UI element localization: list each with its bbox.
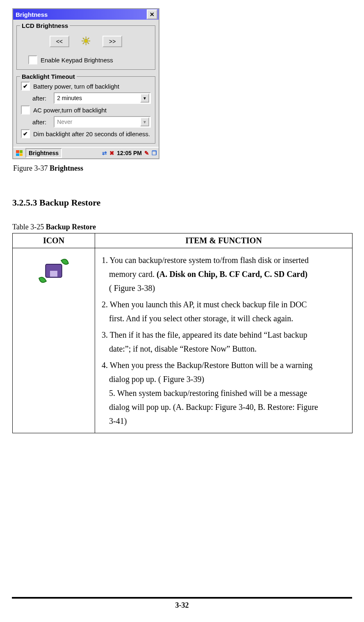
backlight-legend: Backlight Timeout xyxy=(20,73,77,80)
backup-restore-icon xyxy=(35,252,72,289)
sun-icon: ☀ xyxy=(81,36,91,47)
brightness-decrease-button[interactable]: << xyxy=(50,36,69,47)
lcd-legend: LCD Brightness xyxy=(20,22,70,29)
dialog-titlebar: Brightness ✕ xyxy=(13,9,159,20)
chevron-down-icon: ▼ xyxy=(140,94,149,103)
battery-after-value: 2 minutes xyxy=(57,95,82,101)
table-caption: Table 3-25 Backup Restore xyxy=(12,223,352,231)
chevron-down-icon: ▼ xyxy=(140,117,149,126)
enable-keypad-label: Enable Keypad Brightness xyxy=(41,57,113,64)
dialog-title: Brightness xyxy=(16,11,48,18)
battery-after-dropdown[interactable]: 2 minutes ▼ xyxy=(54,92,151,104)
function-cell: 1. You can backup/restore system to/from… xyxy=(95,248,353,433)
svg-rect-1 xyxy=(50,271,57,277)
tray-icon-1[interactable]: ✎ xyxy=(144,150,149,156)
figure-caption: Figure 3-37 Brightness xyxy=(13,164,352,173)
connection-icon[interactable]: ⇄ xyxy=(102,150,107,156)
close-icon: ✕ xyxy=(150,11,155,17)
volume-icon[interactable]: ✖ xyxy=(109,150,114,156)
battery-after-label: after: xyxy=(32,95,46,102)
taskbar-tray: ⇄ ✖ 12:05 PM ✎ ❐ xyxy=(102,150,157,156)
close-button[interactable]: ✕ xyxy=(147,9,157,19)
windows-flag-icon xyxy=(16,150,23,156)
ac-backlight-label: AC power,turn off backlight xyxy=(33,107,107,114)
lcd-brightness-group: LCD Brightness << ☀ >> Enable Keypad Bri… xyxy=(16,22,155,70)
table-row: 1. You can backup/restore system to/from… xyxy=(13,248,353,433)
battery-backlight-label: Battery power, turn off backlight xyxy=(33,83,119,90)
backup-restore-table: ICON ITEM & FUNCTION 1. You can b xyxy=(12,233,353,433)
taskbar-clock[interactable]: 12:05 PM xyxy=(117,150,142,156)
header-function: ITEM & FUNCTION xyxy=(95,233,353,248)
taskbar: Brightness ⇄ ✖ 12:05 PM ✎ ❐ xyxy=(13,147,159,158)
ac-after-value: Never xyxy=(57,119,72,125)
ac-backlight-checkbox[interactable] xyxy=(21,105,30,114)
start-button[interactable] xyxy=(15,149,24,157)
header-icon: ICON xyxy=(13,233,95,248)
page-footer: 3-32 xyxy=(0,597,364,610)
battery-backlight-checkbox[interactable] xyxy=(21,82,30,91)
brightness-increase-button[interactable]: >> xyxy=(102,36,122,47)
ac-after-dropdown[interactable]: Never ▼ xyxy=(54,116,151,128)
ac-after-label: after: xyxy=(32,119,46,126)
enable-keypad-checkbox[interactable] xyxy=(28,55,37,64)
brightness-dialog: Brightness ✕ LCD Brightness << ☀ >> Enab… xyxy=(12,8,159,159)
desktop-icon[interactable]: ❐ xyxy=(152,150,157,156)
taskbar-app-button[interactable]: Brightness xyxy=(25,148,62,158)
page-number: 3-32 xyxy=(175,601,189,609)
backlight-timeout-group: Backlight Timeout Battery power, turn of… xyxy=(16,73,155,144)
dim-backlight-label: Dim backlight after 20 seconds of idlene… xyxy=(33,130,150,137)
section-heading: 3.2.5.3 Backup Restore xyxy=(12,197,352,208)
dim-backlight-checkbox[interactable] xyxy=(21,129,30,138)
